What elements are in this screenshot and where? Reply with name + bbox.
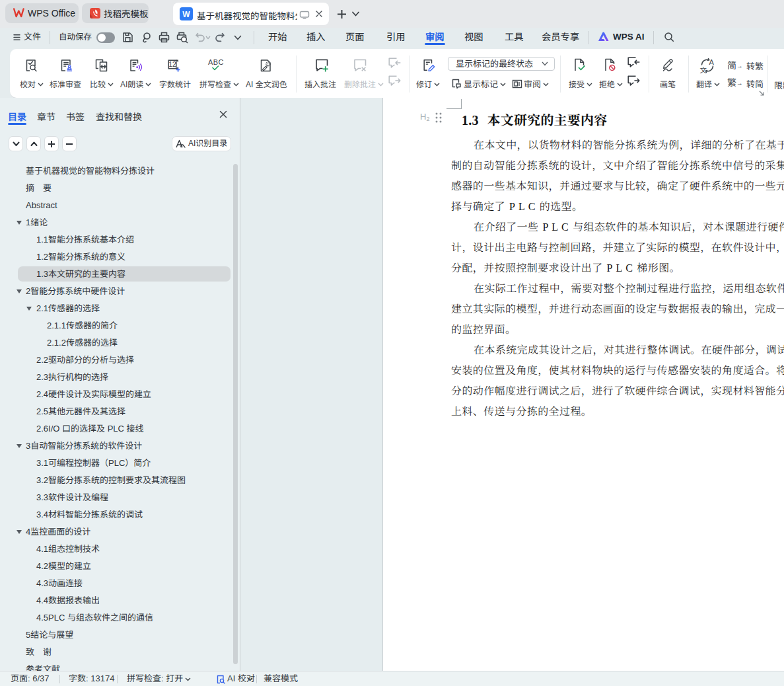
svg-text:ABC: ABC xyxy=(208,58,224,66)
svg-text:A: A xyxy=(709,58,715,66)
svg-text:12: 12 xyxy=(168,60,176,68)
svg-text:文: 文 xyxy=(700,65,707,74)
svg-text:W: W xyxy=(182,10,190,19)
